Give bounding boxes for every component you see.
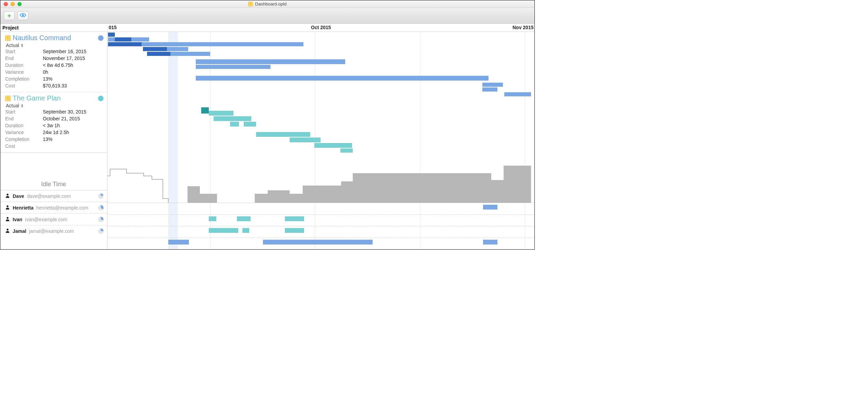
- gantt-bar[interactable]: [147, 52, 170, 56]
- person-icon: [5, 193, 10, 199]
- resource-allocation-bar[interactable]: [285, 216, 304, 221]
- gantt-bar[interactable]: [504, 92, 531, 96]
- project-field-row: StartSeptember 16, 2015: [5, 48, 104, 55]
- field-label: Cost: [5, 82, 43, 89]
- field-value: < 3w 1h: [43, 122, 60, 129]
- gantt-bar[interactable]: [108, 42, 142, 46]
- idle-block: [353, 173, 491, 203]
- resource-name: Henrietta: [13, 205, 34, 211]
- field-label: Duration: [5, 62, 43, 69]
- project-field-row: Variance0h: [5, 69, 104, 75]
- gantt-chart: [107, 32, 534, 166]
- project-field-row: Duration< 8w 4d 6.75h: [5, 62, 104, 69]
- gantt-bar[interactable]: [340, 148, 353, 153]
- utilization-pie-icon: [98, 228, 104, 234]
- gantt-bar[interactable]: [108, 33, 115, 37]
- add-button[interactable]: +: [4, 11, 15, 20]
- resource-row[interactable]: Jamal jamal@example.com: [0, 225, 107, 237]
- gantt-bar[interactable]: [115, 37, 131, 41]
- project-status-dot: [98, 35, 104, 41]
- person-icon: [5, 216, 10, 222]
- gantt-bar[interactable]: [143, 47, 167, 51]
- idle-block: [491, 180, 531, 203]
- gantt-bar[interactable]: [314, 143, 352, 148]
- idle-block: [341, 181, 353, 203]
- field-label: Variance: [5, 69, 43, 75]
- gantt-bar[interactable]: [482, 87, 497, 92]
- field-label: Start: [5, 108, 43, 115]
- window-titlebar: ≡ Dashboard.opld: [0, 0, 534, 8]
- project-title[interactable]: The Game Plan: [13, 94, 61, 102]
- idle-time-chart: [107, 166, 534, 203]
- timeline-header: 015Oct 2015Nov 2015: [107, 24, 534, 32]
- resource-email: jamal@example.com: [29, 228, 74, 234]
- project-field-row: Cost: [5, 143, 104, 150]
- gantt-bar[interactable]: [196, 59, 345, 64]
- mode-selector[interactable]: Actual ▲▼: [6, 43, 104, 48]
- resource-allocation-bar[interactable]: [242, 228, 249, 233]
- idle-block: [200, 194, 217, 203]
- gantt-bar[interactable]: [230, 122, 239, 127]
- gantt-bar[interactable]: [201, 107, 209, 114]
- field-label: End: [5, 55, 43, 62]
- divider: [107, 203, 534, 203]
- resource-name: Dave: [13, 193, 24, 199]
- project-icon: ≡: [5, 35, 11, 41]
- field-label: Cost: [5, 143, 43, 150]
- gantt-bar[interactable]: [482, 83, 503, 87]
- resource-email: dave@example.com: [27, 193, 71, 199]
- svg-point-0: [22, 14, 24, 16]
- toolbar: +: [0, 8, 534, 24]
- field-label: Completion: [5, 136, 43, 143]
- resource-email: henrietta@example.com: [36, 205, 88, 211]
- resource-allocation-bar[interactable]: [209, 216, 216, 221]
- idle-block: [188, 186, 200, 203]
- resource-row[interactable]: Ivan ivan@example.com: [0, 213, 107, 225]
- project-card[interactable]: ≡ The Game Plan Actual ▲▼ StartSeptember…: [0, 92, 107, 153]
- row-divider: [107, 226, 534, 226]
- view-button[interactable]: [17, 11, 28, 20]
- resource-row[interactable]: Dave dave@example.com: [0, 190, 107, 202]
- resource-allocation-bar[interactable]: [168, 240, 189, 245]
- idle-block: [290, 194, 303, 203]
- gantt-bar[interactable]: [214, 116, 251, 121]
- timeline-month-label: Oct 2015: [311, 25, 331, 30]
- gantt-bar[interactable]: [290, 138, 321, 142]
- resource-allocation-bar[interactable]: [483, 240, 497, 245]
- resource-allocation-bar[interactable]: [483, 205, 497, 210]
- gantt-bar[interactable]: [209, 111, 233, 116]
- utilization-pie-icon: [98, 217, 104, 222]
- gantt-bar[interactable]: [256, 132, 310, 137]
- mode-label: Actual: [6, 103, 19, 108]
- project-field-row: Completion13%: [5, 136, 104, 143]
- project-field-row: Duration< 3w 1h: [5, 122, 104, 129]
- field-value: 13%: [43, 75, 52, 82]
- gantt-bar[interactable]: [196, 76, 489, 81]
- resource-allocation-bar[interactable]: [263, 240, 373, 245]
- window-title: ≡ Dashboard.opld: [0, 1, 534, 7]
- project-card[interactable]: ≡ Nautilus Command Actual ▲▼ StartSeptem…: [0, 32, 107, 92]
- plus-icon: +: [8, 13, 11, 19]
- resource-allocation-bar[interactable]: [237, 216, 251, 221]
- gantt-bar[interactable]: [196, 65, 270, 69]
- resource-allocation-bar[interactable]: [209, 228, 238, 233]
- svg-point-2: [7, 205, 8, 207]
- field-label: Variance: [5, 129, 43, 136]
- field-value: 24w 1d 2.5h: [43, 129, 69, 136]
- field-label: End: [5, 115, 43, 122]
- gantt-bar[interactable]: [244, 122, 256, 127]
- mode-selector[interactable]: Actual ▲▼: [6, 103, 104, 108]
- gantt-bar[interactable]: [200, 52, 209, 56]
- project-title[interactable]: Nautilus Command: [13, 34, 71, 42]
- idle-outline: [107, 169, 168, 203]
- resource-allocation-bar[interactable]: [285, 228, 304, 233]
- timeline-area[interactable]: [107, 32, 534, 249]
- mode-label: Actual: [6, 43, 19, 48]
- project-field-row: StartSeptember 30, 2015: [5, 108, 104, 115]
- person-icon: [5, 205, 10, 211]
- resource-row[interactable]: Henrietta henrietta@example.com: [0, 202, 107, 213]
- project-column-header: Project: [0, 25, 107, 31]
- timeline-month-label: Nov 2015: [513, 25, 533, 30]
- row-divider: [107, 238, 534, 238]
- left-panel: ≡ Nautilus Command Actual ▲▼ StartSeptem…: [0, 32, 107, 249]
